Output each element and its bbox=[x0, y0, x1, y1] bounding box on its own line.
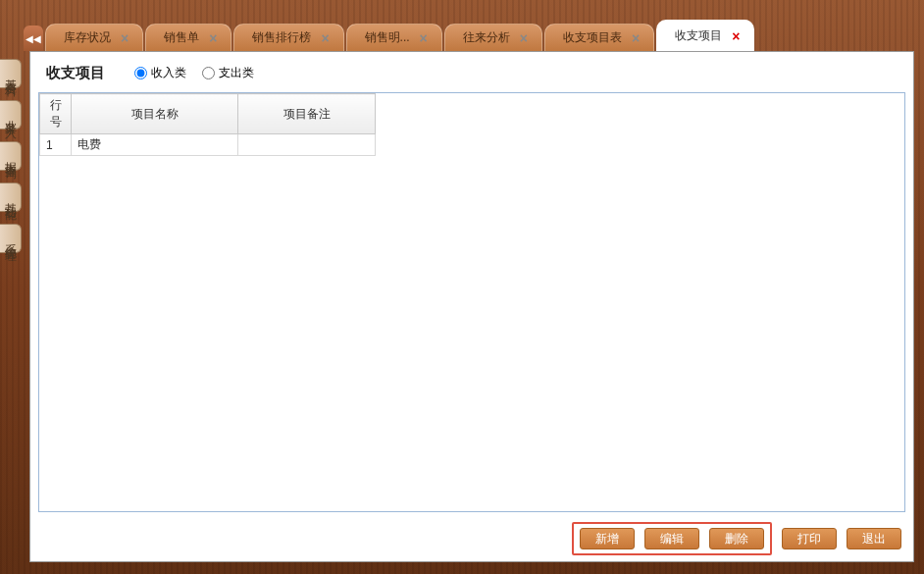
tab-label: 收支项目表 bbox=[563, 29, 622, 46]
cell-name[interactable]: 电费 bbox=[72, 134, 238, 156]
radio-income[interactable]: 收入类 bbox=[134, 65, 186, 81]
footer-toolbar: 新增 编辑 删除 打印 退出 bbox=[30, 512, 913, 561]
col-header-remark[interactable]: 项目备注 bbox=[238, 94, 376, 134]
highlighted-button-group: 新增 编辑 删除 bbox=[572, 522, 772, 555]
close-icon[interactable]: × bbox=[209, 31, 217, 45]
close-icon[interactable]: × bbox=[321, 31, 329, 45]
tab-label: 销售排行榜 bbox=[252, 29, 311, 46]
sidebar-item-other-functions[interactable]: 其它功能 bbox=[0, 183, 22, 212]
tab-label: 销售明... bbox=[365, 29, 410, 46]
tab-sales-ranking[interactable]: 销售排行榜 × bbox=[233, 24, 343, 51]
print-button[interactable]: 打印 bbox=[782, 528, 837, 549]
col-header-rownum[interactable]: 行号 bbox=[40, 94, 72, 134]
tab-sales-detail[interactable]: 销售明... × bbox=[346, 24, 442, 51]
main-panel: 收支项目 收入类 支出类 行号 项目名称 项目备注 1 bbox=[29, 51, 914, 562]
sidebar-item-report-query[interactable]: 报表查询 bbox=[0, 141, 22, 171]
tab-income-expense-item[interactable]: 收支项目 × bbox=[656, 20, 754, 51]
tab-scroll-left-icon[interactable]: ◀◀ bbox=[24, 26, 43, 51]
col-header-name[interactable]: 项目名称 bbox=[72, 94, 238, 134]
data-grid[interactable]: 行号 项目名称 项目备注 1 电费 bbox=[38, 92, 905, 512]
sidebar-item-basic-data[interactable]: 基本资料 bbox=[0, 59, 22, 88]
panel-header: 收支项目 收入类 支出类 bbox=[30, 52, 913, 92]
tab-bar: ◀◀ 库存状况 × 销售单 × 销售排行榜 × 销售明... × 往来分析 × … bbox=[24, 20, 914, 51]
tab-label: 往来分析 bbox=[463, 29, 510, 46]
add-button[interactable]: 新增 bbox=[580, 528, 635, 549]
tab-label: 库存状况 bbox=[64, 29, 111, 46]
close-icon[interactable]: × bbox=[732, 29, 740, 43]
close-icon[interactable]: × bbox=[121, 31, 128, 45]
radio-expense[interactable]: 支出类 bbox=[202, 65, 254, 81]
table-header-row: 行号 项目名称 项目备注 bbox=[40, 94, 376, 134]
radio-income-label: 收入类 bbox=[151, 65, 186, 81]
tab-label: 收支项目 bbox=[675, 27, 722, 44]
sidebar-item-system-management[interactable]: 系统管理 bbox=[0, 224, 22, 253]
edit-button[interactable]: 编辑 bbox=[644, 528, 699, 549]
cell-rownum: 1 bbox=[40, 134, 72, 156]
close-icon[interactable]: × bbox=[420, 31, 428, 45]
panel-title: 收支项目 bbox=[46, 64, 105, 82]
exit-button[interactable]: 退出 bbox=[847, 528, 901, 549]
category-radio-group: 收入类 支出类 bbox=[134, 65, 254, 81]
tab-inventory-status[interactable]: 库存状况 × bbox=[45, 24, 143, 51]
tab-ar-analysis[interactable]: 往来分析 × bbox=[444, 24, 542, 51]
sidebar: 基本资料 业务录入 报表查询 其它功能 系统管理 bbox=[0, 59, 22, 265]
radio-expense-label: 支出类 bbox=[219, 65, 254, 81]
radio-expense-input[interactable] bbox=[202, 67, 215, 79]
tab-label: 销售单 bbox=[164, 29, 199, 46]
cell-remark[interactable] bbox=[238, 134, 376, 156]
close-icon[interactable]: × bbox=[632, 31, 640, 45]
table-row[interactable]: 1 电费 bbox=[40, 134, 376, 156]
tab-income-expense-sheet[interactable]: 收支项目表 × bbox=[544, 24, 654, 51]
tab-sales-order[interactable]: 销售单 × bbox=[145, 24, 231, 51]
sidebar-item-business-entry[interactable]: 业务录入 bbox=[0, 100, 22, 130]
delete-button[interactable]: 删除 bbox=[709, 528, 764, 549]
close-icon[interactable]: × bbox=[520, 31, 528, 45]
radio-income-input[interactable] bbox=[134, 67, 147, 79]
